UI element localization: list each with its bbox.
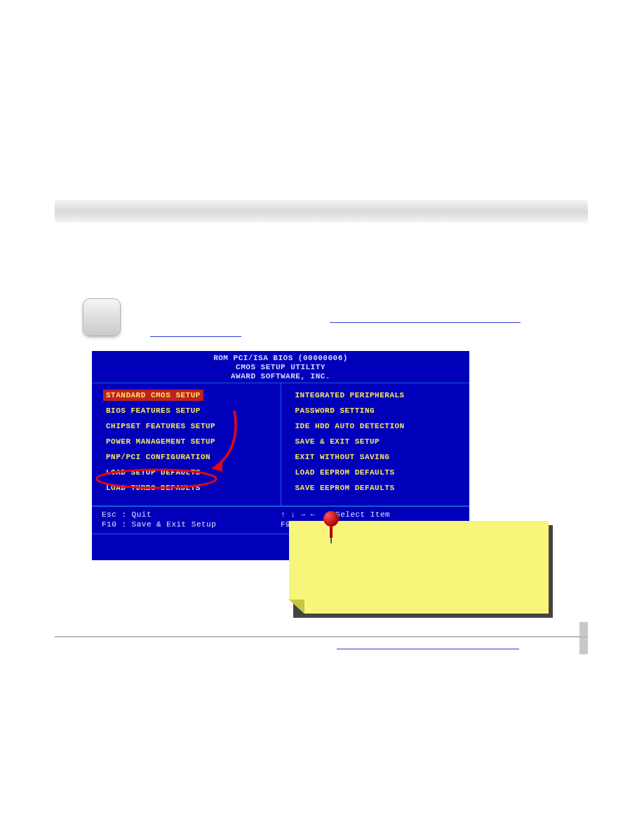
bios-item[interactable]: IDE HDD AUTO DETECTION <box>295 418 459 434</box>
bios-item[interactable]: PASSWORD SETTING <box>295 403 459 418</box>
bios-title-line: CMOS SETUP UTILITY <box>92 363 469 372</box>
bios-item[interactable]: INTEGRATED PERIPHERALS <box>295 388 459 403</box>
bios-title-line: ROM PCI/ISA BIOS (00000006) <box>92 354 469 363</box>
bios-item[interactable]: BIOS FEATURES SETUP <box>106 403 269 418</box>
sticky-note-fold <box>289 600 304 614</box>
header-bar <box>55 200 588 223</box>
bios-item[interactable]: EXIT WITHOUT SAVING <box>295 449 459 465</box>
page-edge-tab <box>579 622 588 654</box>
bios-item[interactable]: PNP/PCI CONFIGURATION <box>106 449 269 465</box>
bios-item[interactable]: POWER MANAGEMENT SETUP <box>106 434 269 449</box>
bios-item[interactable]: LOAD EEPROM DEFAULTS <box>295 465 459 480</box>
bios-menu: STANDARD CMOS SETUP BIOS FEATURES SETUP … <box>92 383 469 506</box>
bios-item[interactable]: LOAD TURBO DEFAULTS <box>106 480 269 496</box>
bios-menu-left: STANDARD CMOS SETUP BIOS FEATURES SETUP … <box>92 383 281 505</box>
bios-item-load-setup-defaults[interactable]: LOAD SETUP DEFAULTS <box>106 465 269 480</box>
link-underline <box>337 649 519 649</box>
bios-header: ROM PCI/ISA BIOS (00000006) CMOS SETUP U… <box>92 351 469 383</box>
bios-menu-right: INTEGRATED PERIPHERALS PASSWORD SETTING … <box>281 383 470 505</box>
divider <box>55 636 588 637</box>
bios-item[interactable]: CHIPSET FEATURES SETUP <box>106 418 269 434</box>
bios-item[interactable]: SAVE EEPROM DEFAULTS <box>295 480 459 496</box>
bios-title-line: AWARD SOFTWARE, INC. <box>92 372 469 381</box>
bios-item-selected[interactable]: STANDARD CMOS SETUP <box>103 390 203 401</box>
bios-key-left: Esc : Quit F10 : Save & Exit Setup <box>102 510 281 529</box>
pushpin-icon <box>319 511 343 541</box>
link-underline <box>150 336 241 337</box>
bios-item[interactable]: SAVE & EXIT SETUP <box>295 434 459 449</box>
link-underline <box>330 322 521 323</box>
step-key-icon <box>83 298 121 336</box>
